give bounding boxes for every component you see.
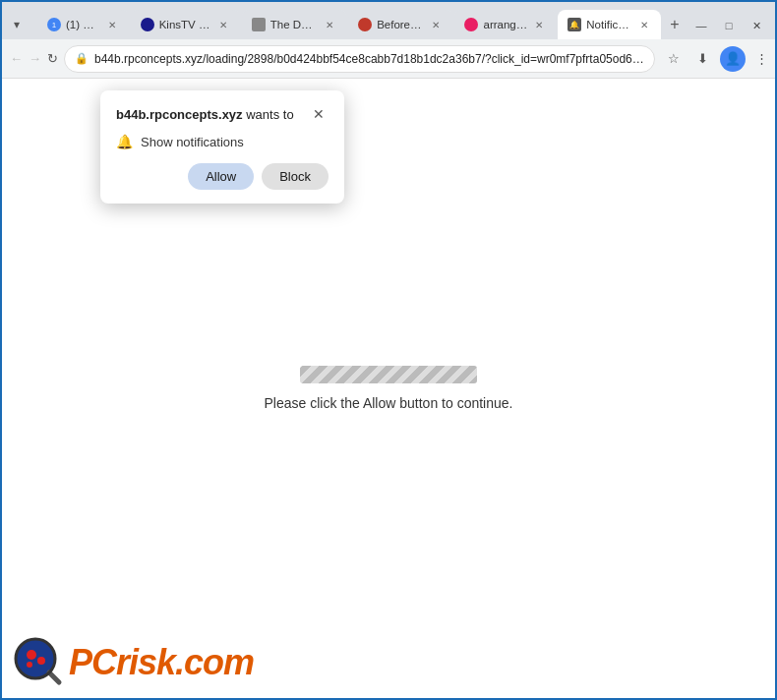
tab-new[interactable]: 1 (1) New ✕ — [37, 10, 129, 39]
popup-close-button[interactable]: ✕ — [309, 104, 329, 124]
tab-favicon-before — [358, 18, 372, 31]
notification-label: Show notifications — [141, 135, 244, 149]
window-controls: — □ ✕ — [688, 16, 769, 35]
tab-close-kinstv[interactable]: ✕ — [216, 18, 230, 31]
tab-close-notif[interactable]: ✕ — [637, 18, 651, 31]
star-button[interactable]: ☆ — [661, 46, 687, 72]
progress-text: Please click the Allow button to continu… — [265, 395, 513, 411]
allow-button[interactable]: Allow — [188, 163, 254, 190]
tab-close-new[interactable]: ✕ — [105, 18, 119, 31]
tab-kinstv[interactable]: KinsTV C… ✕ — [131, 10, 240, 39]
logo-pc: PC — [69, 642, 116, 682]
dropdown-icon: ▾ — [14, 18, 20, 31]
popup-wants-to: wants to — [243, 107, 294, 122]
tab-label-theday: The Day… — [270, 19, 318, 30]
tab-label-arranged: arrange… — [483, 19, 527, 30]
new-tab-button[interactable]: + — [663, 12, 687, 37]
svg-point-1 — [27, 650, 36, 660]
tab-theday[interactable]: The Day… ✕ — [242, 10, 346, 39]
tab-favicon-new: 1 — [47, 18, 61, 31]
svg-point-3 — [27, 662, 32, 668]
back-button[interactable]: ← — [10, 46, 23, 72]
download-button[interactable]: ⬇ — [690, 46, 716, 72]
tab-label-kinstv: KinsTV C… — [159, 19, 211, 30]
bell-icon: 🔔 — [116, 134, 133, 149]
tab-bar: ▾ 1 (1) New ✕ KinsTV C… ✕ The Day… ✕ Bef… — [2, 2, 775, 39]
popup-title: b44b.rpconcepts.xyz wants to — [116, 107, 294, 122]
tab-close-theday[interactable]: ✕ — [323, 18, 336, 31]
tab-label-before: Before d… — [377, 19, 424, 30]
popup-buttons: Allow Block — [116, 163, 329, 190]
tab-arranged[interactable]: arrange… ✕ — [454, 10, 556, 39]
tab-label-new: (1) New — [66, 19, 100, 30]
progress-bar — [300, 366, 477, 383]
maximize-button[interactable]: □ — [716, 16, 742, 35]
block-button[interactable]: Block — [262, 163, 329, 190]
pcrisk-text-pc: PCrisk.com — [69, 642, 254, 683]
minimize-button[interactable]: — — [688, 16, 714, 35]
address-bar[interactable]: 🔒 b44b.rpconcepts.xyz/loading/2898/b0d42… — [64, 45, 655, 73]
popup-header: b44b.rpconcepts.xyz wants to ✕ — [116, 104, 329, 124]
address-text: b44b.rpconcepts.xyz/loading/2898/b0d424b… — [94, 52, 644, 66]
close-button[interactable]: ✕ — [744, 16, 769, 35]
chrome-window: ▾ 1 (1) New ✕ KinsTV C… ✕ The Day… ✕ Bef… — [2, 2, 775, 698]
profile-button[interactable]: 👤 — [720, 46, 746, 72]
lock-icon: 🔒 — [75, 52, 89, 65]
popup-site: b44b.rpconcepts.xyz — [116, 107, 243, 122]
tab-close-arranged[interactable]: ✕ — [532, 18, 546, 31]
tab-favicon-arranged — [464, 18, 478, 31]
page-content: b44b.rpconcepts.xyz wants to ✕ 🔔 Show no… — [2, 79, 775, 698]
popup-notification-row: 🔔 Show notifications — [116, 134, 329, 149]
tab-before[interactable]: Before d… ✕ — [348, 10, 452, 39]
tab-favicon-kinstv — [141, 18, 154, 31]
svg-line-4 — [49, 672, 59, 682]
pcrisk-icon — [14, 637, 65, 688]
tab-favicon-theday — [252, 18, 266, 31]
svg-point-2 — [37, 657, 45, 665]
notification-popup: b44b.rpconcepts.xyz wants to ✕ 🔔 Show no… — [100, 90, 344, 204]
pcrisk-logo: PCrisk.com — [14, 637, 254, 688]
menu-button[interactable]: ⋮ — [749, 46, 775, 72]
refresh-button[interactable]: ↻ — [47, 46, 58, 72]
forward-button[interactable]: → — [29, 46, 41, 72]
logo-risk: risk.com — [116, 642, 254, 682]
toolbar-icons: ☆ ⬇ 👤 ⋮ — [661, 46, 775, 72]
tab-favicon-notif: 🔔 — [568, 18, 581, 31]
tab-dropdown[interactable]: ▾ — [8, 10, 35, 39]
toolbar: ← → ↻ 🔒 b44b.rpconcepts.xyz/loading/2898… — [2, 39, 775, 79]
tab-notif[interactable]: 🔔 Notificat… ✕ — [558, 10, 661, 39]
tab-label-notif: Notificat… — [586, 19, 632, 30]
tab-close-before[interactable]: ✕ — [429, 18, 443, 31]
